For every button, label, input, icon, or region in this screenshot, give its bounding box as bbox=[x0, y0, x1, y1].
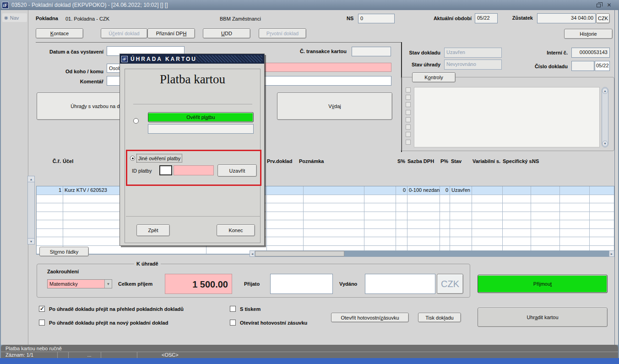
konec-button[interactable]: Konec bbox=[217, 224, 255, 236]
table-cell bbox=[560, 195, 590, 204]
kontroly-checkbox[interactable] bbox=[406, 125, 411, 130]
vydano-input[interactable] bbox=[365, 274, 435, 294]
cb-novy[interactable] bbox=[39, 320, 45, 326]
col-header-prvdoklad: Prv.doklad bbox=[267, 158, 292, 164]
dropdown-arrow-icon[interactable]: ▼ bbox=[104, 280, 112, 288]
table-cell: 1 bbox=[37, 186, 63, 195]
hscroll-thumb[interactable] bbox=[255, 251, 344, 256]
kontroly-checkbox[interactable] bbox=[406, 110, 411, 115]
obdobi-input[interactable]: 05/22 bbox=[475, 13, 498, 23]
priznani-dph-button[interactable]: Přiznání DPH bbox=[147, 28, 195, 38]
overit-result-input[interactable] bbox=[148, 124, 254, 134]
kontace-button[interactable]: Kontace bbox=[36, 28, 83, 38]
dialog-titlebar[interactable]: iF ÚHRADA KARTOU bbox=[120, 54, 264, 64]
table-cell bbox=[407, 229, 440, 238]
ns-input[interactable]: 0 bbox=[358, 14, 395, 23]
table-cell bbox=[503, 220, 531, 229]
table-cell: 0 bbox=[440, 186, 450, 195]
overit-platbu-radio[interactable] bbox=[133, 118, 139, 124]
table-cell bbox=[407, 195, 440, 204]
kontroly-checkbox[interactable] bbox=[406, 102, 411, 107]
cislo-dokladu-input[interactable] bbox=[571, 61, 594, 71]
taskbar-strip bbox=[0, 358, 619, 364]
cb-prehled-label: Po úhradě dokladu přejít na přehled pokl… bbox=[49, 306, 184, 312]
col-header-poznamka: Poznámka bbox=[299, 158, 324, 164]
kontroly-checkbox[interactable] bbox=[406, 117, 411, 122]
table-cell bbox=[364, 229, 396, 238]
window-titlebar[interactable]: iF 03520 - Pokladní doklad (EKPVPOKO) - … bbox=[0, 0, 619, 10]
table-cell bbox=[364, 186, 396, 195]
kontroly-button[interactable]: Kontroly bbox=[412, 72, 456, 82]
overit-platbu-button[interactable]: Ověřit platbu bbox=[148, 112, 254, 122]
main-panel: Nav Pokladna 01. Pokladna - CZK BBM Zamě… bbox=[1, 10, 618, 345]
table-cell bbox=[267, 212, 304, 221]
cislo-dokladu-period[interactable]: 05/22 bbox=[595, 61, 610, 71]
table-scroll-down-icon[interactable]: ▼ bbox=[27, 238, 35, 244]
pokladna-value: 01. Pokladna - CZK bbox=[65, 16, 109, 22]
historie-button[interactable]: Historie bbox=[564, 29, 613, 39]
table-cell bbox=[590, 212, 614, 221]
kontroly-scroll-up-icon[interactable]: ▲ bbox=[602, 88, 608, 94]
cb-zasuvka[interactable] bbox=[230, 320, 236, 326]
table-cell bbox=[450, 220, 472, 229]
cb-novy-label: Po úhradě dokladu přejít na nový pokladn… bbox=[49, 320, 168, 326]
udd-button[interactable]: UDD bbox=[203, 28, 250, 38]
kontroly-scrollbar[interactable] bbox=[602, 87, 608, 147]
close-window-icon[interactable]: ✕ bbox=[606, 2, 613, 8]
restore-window-icon[interactable] bbox=[597, 4, 601, 7]
kontroly-checkbox[interactable] bbox=[406, 95, 411, 100]
cb-s-tiskem[interactable] bbox=[230, 306, 236, 312]
interni-label: Interní č. bbox=[536, 50, 568, 55]
czk-button[interactable]: CZK bbox=[437, 274, 463, 294]
otevrit-zasuvku-button[interactable]: Otevřít hotovostní zásuvku bbox=[331, 313, 409, 322]
cb-zasuvka-label: Otevírat hotovostní zásuvku bbox=[240, 320, 307, 326]
table-vscrollbar[interactable] bbox=[27, 176, 35, 244]
interni-value: 0000053143 bbox=[571, 48, 610, 58]
ns-label: NS bbox=[347, 16, 353, 21]
vydaj-button[interactable]: Výdaj bbox=[277, 92, 392, 120]
transakce-input[interactable] bbox=[352, 47, 391, 56]
vydano-label: Vydáno bbox=[339, 281, 357, 287]
statusbar-cell-divider bbox=[101, 352, 101, 358]
table-cell bbox=[590, 195, 614, 204]
prijato-input[interactable] bbox=[270, 274, 333, 294]
statusbar-record: Záznam: 1/1 bbox=[5, 352, 33, 358]
table-cell bbox=[407, 212, 440, 221]
table-cell bbox=[396, 195, 407, 204]
table-scroll-up-icon[interactable]: ▲ bbox=[27, 176, 35, 182]
table-cell bbox=[531, 195, 560, 204]
table-cell bbox=[590, 186, 614, 195]
zpet-button[interactable]: Zpět bbox=[136, 224, 170, 236]
table-cell bbox=[396, 220, 407, 229]
sidebar-item-nav[interactable]: Nav bbox=[2, 13, 27, 22]
celkem-prijem-label: Celkem příjem bbox=[118, 281, 152, 287]
table-cell bbox=[590, 229, 614, 238]
col-header-stav: Stav bbox=[451, 158, 462, 164]
prijato-label: Přijato bbox=[244, 281, 260, 287]
red-highlight-box bbox=[126, 150, 261, 186]
table-cell bbox=[450, 212, 472, 221]
table-scroll-right-icon[interactable]: ► bbox=[609, 250, 614, 257]
kontroly-scroll-down-icon[interactable]: ▼ bbox=[602, 141, 608, 147]
currency-button[interactable]: CZK bbox=[596, 13, 610, 23]
table-cell bbox=[267, 237, 304, 246]
kontroly-checkbox[interactable] bbox=[406, 132, 411, 137]
col-header-ucel: Účel bbox=[63, 158, 73, 164]
zaokrouhleni-label: Zaokrouhlení bbox=[47, 269, 79, 274]
table-cell bbox=[364, 237, 396, 246]
table-cell bbox=[531, 203, 560, 212]
table-scroll-left-icon[interactable]: ◄ bbox=[250, 250, 255, 257]
table-cell bbox=[472, 220, 503, 229]
kontroly-checkbox[interactable] bbox=[406, 87, 411, 92]
zaokrouhleni-dropdown[interactable]: Matematicky bbox=[47, 279, 112, 288]
cb-prehled[interactable] bbox=[39, 306, 45, 312]
col-header-variabilni: Variabilní s. bbox=[472, 158, 500, 164]
prijmout-button[interactable]: Přijmout bbox=[478, 275, 608, 293]
tisk-dokladu-button[interactable]: Tisk dokladu bbox=[418, 313, 461, 322]
table-cell bbox=[503, 203, 531, 212]
storno-radky-button[interactable]: Storno řádky bbox=[39, 247, 89, 256]
statusbar-dots: ... bbox=[79, 352, 100, 358]
kontroly-checkbox[interactable] bbox=[406, 140, 411, 145]
uhradit-kartou-button[interactable]: Uhradit kartou bbox=[478, 308, 608, 327]
table-cell bbox=[503, 186, 531, 195]
